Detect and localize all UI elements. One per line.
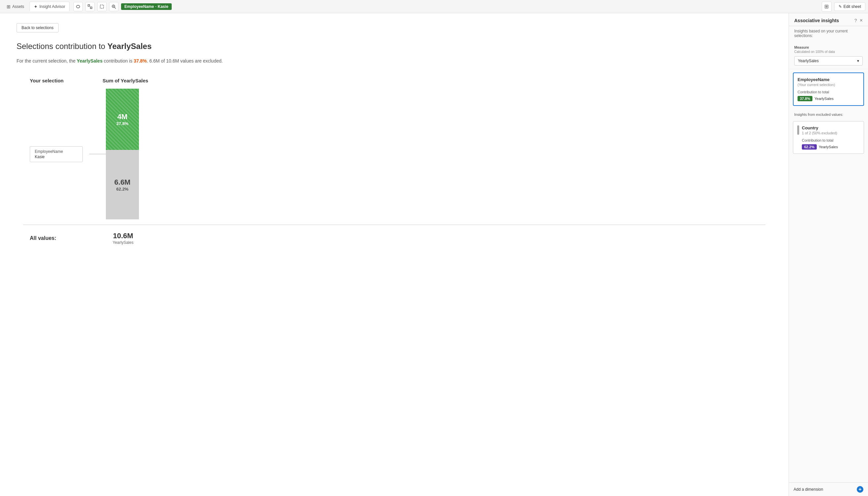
employee-card-sub: (Your current selection)	[798, 83, 859, 87]
add-dimension-label: Add a dimension	[793, 487, 823, 492]
add-dimension-icon[interactable]: +	[857, 486, 863, 493]
country-card-sub: 1 of 2 (50% excluded)	[802, 131, 860, 135]
back-to-selections-btn[interactable]: Back to selections	[17, 23, 59, 32]
insights-from-label: Insights from excluded values:	[789, 109, 868, 118]
country-contrib-measure: YearlySales	[819, 145, 838, 149]
connector-line	[89, 154, 106, 154]
totals-label: All values:	[30, 235, 56, 241]
employee-contrib-label: Contribution to total	[798, 90, 859, 94]
close-icon[interactable]: ×	[860, 18, 863, 23]
desc-field: YearlySales	[77, 58, 102, 63]
country-card-title: Country	[802, 125, 860, 130]
sum-header: Sum of YearlySales	[102, 78, 148, 83]
selection-field: EmployeeName	[124, 4, 154, 9]
insight-icon: ✦	[34, 4, 38, 9]
selection-value: Kasie	[158, 4, 168, 9]
zoom-icon	[111, 4, 116, 9]
selection-box-wrapper: EmployeeName Kasie	[30, 146, 83, 162]
measure-section: Measure Calculated on 100% of data Yearl…	[789, 42, 868, 69]
select-icon	[99, 4, 104, 9]
country-insight-card[interactable]: Country 1 of 2 (50% excluded) Contributi…	[793, 121, 864, 154]
lasso-icon-btn[interactable]	[74, 2, 83, 11]
assets-icon: ⊞	[6, 4, 11, 9]
chart-headers: Your selection Sum of YearlySales	[23, 78, 766, 83]
tab-assets[interactable]: ⊞ Assets	[3, 2, 28, 11]
totals-value-wrapper: 10.6M YearlySales	[107, 232, 140, 245]
totals-number: 10.6M	[113, 232, 133, 240]
employee-card-title: EmployeeName	[798, 77, 859, 82]
totals-row: All values: 10.6M YearlySales	[23, 225, 766, 245]
tab-insight-advisor[interactable]: ✦ Insight Advisor	[29, 2, 69, 11]
info-icon[interactable]: ?	[854, 18, 857, 23]
edit-sheet-btn[interactable]: ✎ Edit sheet	[834, 2, 865, 11]
green-bar-pct: 37.8%	[116, 121, 129, 126]
page-title: Selections contribution to YearlySales	[17, 42, 772, 51]
desc-middle: contribution is	[102, 58, 133, 63]
svg-line-5	[114, 7, 116, 9]
country-contrib-label: Contribution to total	[802, 138, 860, 142]
pencil-icon: ✎	[839, 4, 842, 9]
svg-point-0	[76, 5, 80, 8]
measure-label: Measure	[794, 45, 863, 49]
gray-bar-pct: 62.2%	[116, 187, 129, 191]
title-prefix: Selections contribution to	[17, 42, 108, 51]
right-panel: Associative insights ? × Insights based …	[789, 13, 868, 496]
desc-pct: 37.8%	[133, 58, 147, 63]
country-card-content: Country 1 of 2 (50% excluded) Contributi…	[802, 125, 860, 150]
grid-view-btn[interactable]: ⊞	[822, 2, 832, 12]
edit-sheet-label: Edit sheet	[843, 4, 861, 9]
measure-dropdown[interactable]: YearlySales ▾	[794, 56, 863, 65]
country-color-bar	[797, 125, 799, 135]
chart-section: Your selection Sum of YearlySales Employ…	[17, 78, 772, 245]
gray-bar: 6.6M 62.2%	[106, 150, 139, 219]
totals-sub: YearlySales	[113, 240, 133, 245]
country-card-inner: Country 1 of 2 (50% excluded) Contributi…	[797, 125, 860, 150]
measure-value: YearlySales	[798, 59, 819, 63]
zoom-icon-btn[interactable]	[109, 2, 119, 11]
employee-contrib-row: 37.8% YearlySales	[798, 96, 859, 101]
expand-icon-btn[interactable]	[85, 2, 95, 11]
topbar: ⊞ Assets ✦ Insight Advisor	[0, 0, 868, 13]
add-dimension-row[interactable]: Add a dimension +	[789, 482, 868, 496]
your-selection-header: Your selection	[30, 78, 102, 83]
content-area: Back to selections Selections contributi…	[0, 13, 789, 496]
selection-box: EmployeeName Kasie	[30, 146, 83, 162]
desc-suffix: . 6.6M of 10.6M values are excluded.	[147, 58, 223, 63]
sel-title: EmployeeName	[35, 149, 78, 154]
gray-bar-value: 6.6M	[114, 178, 131, 187]
svg-rect-1	[88, 5, 90, 6]
description: For the current selection, the YearlySal…	[17, 58, 772, 64]
bar-chart: 4M 37.8% 6.6M 62.2%	[106, 89, 139, 219]
svg-rect-3	[100, 5, 104, 8]
green-bar-value: 4M	[117, 112, 128, 121]
employee-contrib-measure: YearlySales	[815, 97, 834, 100]
chart-row: EmployeeName Kasie 4M 37.8% 6.6M 62.2%	[23, 89, 766, 219]
panel-subtitle: Insights based on your current selection…	[789, 26, 868, 42]
totals-label-wrapper: All values:	[30, 235, 107, 241]
topbar-right: ⊞ ✎ Edit sheet	[822, 2, 865, 12]
toolbar-icons	[74, 2, 119, 11]
employee-insight-card[interactable]: EmployeeName (Your current selection) Co…	[793, 73, 864, 106]
lasso-icon	[76, 4, 80, 9]
tab-insight-label: Insight Advisor	[40, 4, 65, 9]
country-contrib-badge: 62.2%	[802, 144, 817, 150]
employee-contrib-badge: 37.8%	[798, 96, 812, 101]
green-bar: 4M 37.8%	[106, 89, 139, 150]
title-field: YearlySales	[108, 42, 152, 51]
chevron-down-icon: ▾	[857, 59, 859, 63]
selection-chip[interactable]: EmployeeName · Kasie	[121, 3, 172, 10]
panel-title: Associative insights	[794, 18, 839, 23]
select-icon-btn[interactable]	[97, 2, 107, 11]
measure-sub: Calculated on 100% of data	[794, 50, 863, 53]
sel-value: Kasie	[35, 155, 78, 159]
tab-assets-label: Assets	[12, 4, 24, 9]
main-layout: Back to selections Selections contributi…	[0, 13, 868, 496]
panel-header: Associative insights ? ×	[789, 13, 868, 26]
svg-rect-2	[90, 7, 92, 9]
desc-prefix: For the current selection, the	[17, 58, 77, 63]
country-contrib-row: 62.2% YearlySales	[802, 144, 860, 150]
expand-icon	[88, 4, 92, 9]
